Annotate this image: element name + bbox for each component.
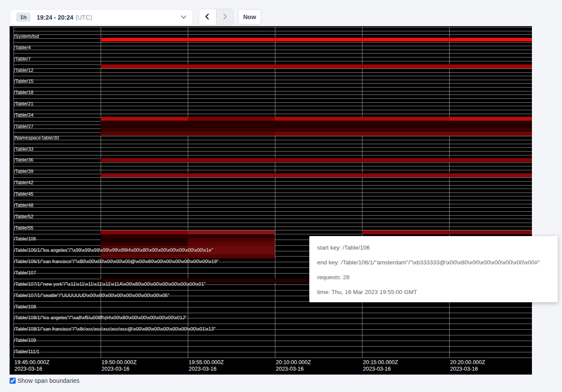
span-boundary-line <box>14 313 532 313</box>
span-boundary-line <box>14 204 532 204</box>
span-label: /Table/107/1/"new york"/"\x11\x11\x11\x1… <box>14 281 206 287</box>
span-boundary-line <box>14 102 532 103</box>
span-boundary-line <box>14 114 532 114</box>
span-boundary-line <box>14 358 532 358</box>
range-duration-badge: 1h <box>16 13 30 22</box>
span-label: /Table/24 <box>14 112 34 118</box>
span-boundary-line <box>14 136 532 136</box>
span-boundary-line <box>14 185 532 186</box>
key-visualizer-canvas[interactable]: /System/tsd/Table/4/Table/7/Table/12/Tab… <box>10 26 532 375</box>
heat-band <box>101 121 532 124</box>
heat-band <box>188 238 275 242</box>
span-boundary-line <box>14 98 532 99</box>
span-boundary-line <box>14 147 532 148</box>
time-range-timezone: (UTC) <box>75 14 92 21</box>
span-boundary-line <box>14 80 532 80</box>
span-boundary-line <box>14 110 532 110</box>
span-boundary-line <box>14 211 532 212</box>
span-boundary-line <box>14 53 532 54</box>
show-span-boundaries-checkbox[interactable] <box>10 378 16 384</box>
span-label: /NamespaceTable/30 <box>14 135 59 140</box>
heat-band <box>101 173 532 177</box>
span-boundary-line <box>14 72 532 73</box>
span-label: /Table/36 <box>14 157 34 162</box>
time-axis-label: 20:15:00.000Z2023-03-16 <box>363 359 398 372</box>
time-axis-date: 2023-03-16 <box>189 366 224 372</box>
show-span-boundaries-label: Show span boundaries <box>17 377 79 384</box>
heat-band <box>101 238 188 242</box>
chevron-right-icon <box>221 13 228 21</box>
span-boundary-line <box>14 61 532 61</box>
time-bucket-line <box>449 27 450 358</box>
heat-band <box>362 230 449 234</box>
span-tooltip: start key: /Table/106end key: /Table/106… <box>309 236 558 302</box>
span-boundary-line <box>14 196 532 196</box>
span-label: /Table/55 <box>14 225 34 230</box>
span-boundary-line <box>14 31 532 31</box>
span-label: /Table/107/1/"seattle"/"UUUUUUD\x00\x80\… <box>14 293 169 298</box>
span-label: /Table/48 <box>14 203 34 208</box>
span-boundary-line <box>14 50 532 50</box>
span-boundary-line <box>14 155 532 155</box>
span-label: /Table/106/1/"los angeles"/"\x99\x99\x99… <box>14 247 213 253</box>
span-boundary-line <box>14 83 532 84</box>
heat-band <box>101 158 532 162</box>
span-boundary-line <box>14 144 532 144</box>
span-boundary-line <box>14 162 532 163</box>
tooltip-line: start key: /Table/106 <box>317 240 558 255</box>
span-label: /Table/7 <box>14 56 31 61</box>
span-label: /Table/45 <box>14 191 34 196</box>
time-axis-label: 19:45:00.000Z2023-03-16 <box>14 359 50 372</box>
span-boundary-line <box>14 177 532 178</box>
span-boundary-line <box>14 68 532 69</box>
heat-band <box>101 38 532 41</box>
span-boundary-line <box>14 219 532 219</box>
span-boundary-line <box>14 151 532 152</box>
chevron-down-icon <box>181 15 186 19</box>
span-boundary-line <box>14 76 532 76</box>
span-label: /Table/108/1/"los angeles"/"\xa8\xf5\u00… <box>14 315 186 320</box>
time-axis-date: 2023-03-16 <box>102 366 137 372</box>
now-button[interactable]: Now <box>238 9 261 25</box>
heat-band <box>101 124 532 128</box>
span-label: /System/tsd <box>14 34 39 39</box>
time-range-picker[interactable]: 1h 19:24 - 20:24 (UTC) <box>10 9 193 25</box>
time-range-text: 19:24 - 20:24 <box>37 14 73 21</box>
span-boundary-line <box>14 166 532 166</box>
time-axis-label: 19:50:00.000Z2023-03-16 <box>102 359 137 372</box>
span-boundary-line <box>14 106 532 106</box>
heat-band <box>275 132 532 136</box>
heat-band <box>362 117 449 121</box>
span-label: /Table/33 <box>14 146 34 152</box>
time-axis-date: 2023-03-16 <box>450 366 485 372</box>
span-label: /Table/107 <box>14 270 36 275</box>
heat-band <box>449 230 532 234</box>
span-boundary-line <box>14 189 532 189</box>
span-label: /Table/18 <box>14 90 34 95</box>
time-pager <box>199 9 234 25</box>
span-boundary-line <box>14 226 532 227</box>
span-boundary-line <box>14 335 532 335</box>
next-interval-button[interactable] <box>216 9 233 25</box>
span-label: /Table/21 <box>14 101 34 106</box>
span-boundary-line <box>14 42 532 43</box>
heat-band <box>101 64 532 68</box>
heat-band <box>188 117 275 121</box>
span-boundary-line <box>14 223 532 223</box>
heat-band <box>101 230 188 234</box>
show-span-boundaries-toggle[interactable]: Show span boundaries <box>10 377 79 384</box>
span-boundary-line <box>14 140 532 140</box>
span-boundary-line <box>14 341 532 341</box>
time-bucket-line <box>188 27 188 358</box>
time-axis-label: 20:20:00.000Z2023-03-16 <box>450 359 485 372</box>
span-boundary-line <box>14 193 532 193</box>
heat-band <box>101 132 275 136</box>
span-boundary-line <box>14 181 532 182</box>
span-boundary-line <box>14 307 532 308</box>
span-label: /Table/111/1 <box>14 349 39 354</box>
previous-interval-button[interactable] <box>199 9 216 25</box>
span-boundary-line <box>14 27 532 27</box>
span-label: /Table/106 <box>14 236 36 241</box>
time-axis-date: 2023-03-16 <box>276 366 311 372</box>
heat-band <box>101 117 188 121</box>
